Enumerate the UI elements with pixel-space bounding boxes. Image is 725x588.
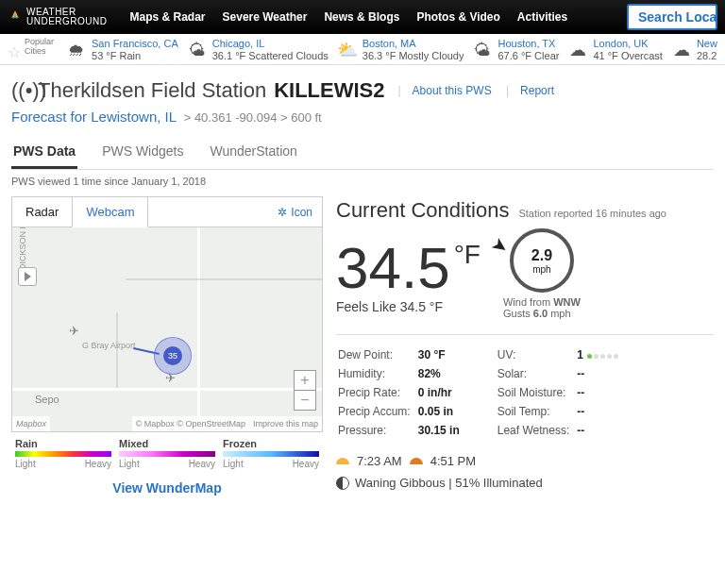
station-name: Therkildsen Field Station — [38, 78, 266, 103]
nav-severe[interactable]: Severe Weather — [223, 10, 308, 24]
conditions-table-right: UV:1Solar:--Soil Moisture:--Soil Temp:--… — [496, 344, 626, 441]
nav-maps[interactable]: Maps & Radar — [130, 10, 206, 24]
zoom-out[interactable]: − — [295, 391, 315, 410]
popular-label: PopularCities — [25, 38, 54, 57]
legend-frozen: Frozen — [223, 438, 319, 449]
town-label: Sepo — [35, 394, 59, 405]
precip-legend: RainLightHeavy MixedLightHeavy FrozenLig… — [11, 432, 323, 473]
wind-gauge: ➤ 2.9mph Wind from WNW Gusts 6.0 mph — [503, 228, 581, 319]
improve-map-link[interactable]: Improve this map — [249, 416, 322, 431]
station-coords: > 40.361 -90.094 > 600 ft — [184, 110, 322, 125]
current-temperature: 34.5°F — [336, 234, 481, 301]
live-indicator-icon: ((•)) — [11, 78, 30, 103]
weather-icon: 🌤 — [471, 39, 494, 61]
weather-icon: ⛅ — [336, 39, 359, 61]
favorite-star-icon[interactable]: ☆ — [8, 43, 21, 61]
weather-icon: ☁ — [566, 39, 589, 61]
gear-icon: ✲ — [278, 206, 287, 219]
tab-webcam[interactable]: Webcam — [72, 197, 148, 227]
sunset-icon — [410, 458, 423, 464]
nav-activities[interactable]: Activities — [517, 10, 567, 24]
stat-row: Soil Temp:-- — [497, 403, 624, 420]
airport-icon: ✈ — [69, 324, 79, 338]
stat-row: Solar:-- — [497, 365, 624, 382]
legend-mixed: Mixed — [119, 438, 215, 449]
station-code: KILLEWIS2 — [274, 78, 384, 103]
stat-row: Humidity:82% — [338, 365, 465, 382]
sunrise-icon — [336, 458, 349, 464]
pws-tabs: PWS Data PWS Widgets WunderStation — [11, 138, 714, 170]
zoom-control: +− — [294, 370, 316, 411]
tab-pws-widgets[interactable]: PWS Widgets — [100, 138, 185, 169]
mapbox-attribution: Mapbox — [12, 416, 50, 431]
weather-icon: 🌤 — [186, 39, 209, 61]
city-item[interactable]: ⛅Boston, MA36.3 °F Mostly Cloudy — [332, 38, 468, 62]
station-marker[interactable]: 35 — [154, 337, 192, 375]
stat-row: Soil Moisture:-- — [497, 384, 624, 401]
tab-radar[interactable]: Radar — [12, 197, 72, 227]
city-item[interactable]: 🌧San Francisco, CA53 °F Rain — [61, 38, 182, 62]
top-navbar: WEATHERUNDERGROUND Maps & Radar Severe W… — [0, 0, 725, 34]
conditions-table-left: Dew Point:30 °FHumidity:82%Precip Rate:0… — [336, 344, 467, 441]
station-links: |About this PWS |Report — [392, 84, 560, 97]
station-header: ((•)) Therkildsen Field Station KILLEWIS… — [11, 78, 714, 103]
map-canvas[interactable]: N DICKSON MOUNDS RD G Bray Airport ✈ ✈ S… — [12, 227, 322, 431]
forecast-link[interactable]: Forecast for Lewistown, IL — [11, 109, 177, 125]
moon-phase: Waning Gibbous | 51% Illuminated — [336, 476, 714, 490]
wind-arrow-icon: ➤ — [487, 232, 514, 260]
current-conditions-title: Current Conditions — [336, 198, 509, 223]
primary-nav: Maps & Radar Severe Weather News & Blogs… — [130, 10, 568, 24]
zoom-in[interactable]: + — [295, 371, 315, 391]
station-report-age: Station reported 16 minutes ago — [518, 208, 666, 219]
brand-logo[interactable]: WEATHERUNDERGROUND — [8, 8, 108, 26]
play-button[interactable] — [18, 267, 37, 286]
weather-icon: 🌧 — [65, 39, 88, 61]
stat-row: Dew Point:30 °F — [338, 346, 465, 363]
stat-row: Leaf Wetness:-- — [497, 422, 624, 439]
nav-news[interactable]: News & Blogs — [324, 10, 399, 24]
report-link[interactable]: Report — [520, 84, 554, 97]
icon-toggle[interactable]: ✲Icon — [268, 198, 322, 227]
moon-icon — [336, 477, 349, 490]
search-input[interactable]: Search Loca — [627, 4, 717, 30]
osm-attribution[interactable]: © Mapbox © OpenStreetMap — [132, 416, 249, 431]
sun-times: 7:23 AM 4:51 PM — [336, 454, 714, 468]
nav-photos[interactable]: Photos & Video — [416, 10, 499, 24]
view-wundermap-link[interactable]: View WunderMap — [11, 473, 323, 503]
pws-view-count: PWS viewed 1 time since January 1, 2018 — [11, 176, 714, 187]
airport-label: G Bray Airport — [82, 341, 136, 350]
legend-rain: Rain — [15, 438, 111, 449]
city-item[interactable]: 🌤Houston, TX67.6 °F Clear — [467, 38, 563, 62]
wu-logo-icon — [8, 9, 23, 25]
tab-pws-data[interactable]: PWS Data — [11, 138, 77, 169]
about-pws-link[interactable]: About this PWS — [413, 84, 492, 97]
tab-wunderstation[interactable]: WunderStation — [208, 138, 298, 169]
brand-text: WEATHERUNDERGROUND — [26, 8, 108, 26]
stat-row: Precip Accum:0.05 in — [338, 403, 465, 420]
stat-row: Precip Rate:0 in/hr — [338, 384, 465, 401]
city-item[interactable]: ☁London, UK41 °F Overcast — [563, 38, 666, 62]
popular-cities-bar: ☆ PopularCities 🌧San Francisco, CA53 °F … — [0, 34, 725, 65]
feels-like: Feels Like 34.5 °F — [336, 299, 481, 314]
stat-row: Pressure:30.15 in — [338, 422, 465, 439]
city-item[interactable]: ☁New York,28.2 °F Ov — [666, 38, 717, 62]
stat-row: UV:1 — [497, 346, 624, 363]
weather-icon: ☁ — [670, 39, 693, 61]
map-panel: Radar Webcam ✲Icon N DICKSON MOUNDS RD G… — [11, 196, 323, 432]
city-item[interactable]: 🌤Chicago, IL36.1 °F Scattered Clouds — [182, 38, 332, 62]
